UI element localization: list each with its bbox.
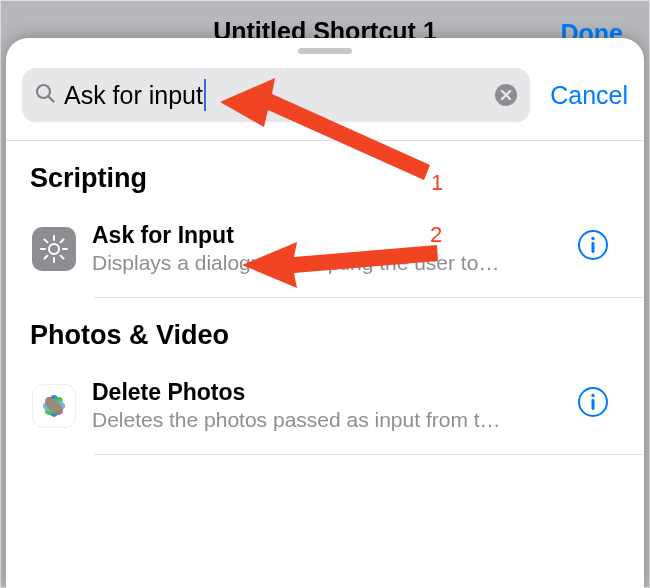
action-title: Ask for Input: [92, 222, 564, 249]
search-sheet: Ask for input Cancel Scripting: [6, 38, 644, 588]
text-caret: [204, 79, 206, 111]
action-row-text: Delete Photos Deletes the photos passed …: [92, 379, 564, 432]
settings-gear-icon: [32, 227, 76, 271]
cancel-button[interactable]: Cancel: [550, 81, 628, 110]
section-photos-video: Photos & Video Delete: [6, 298, 644, 454]
action-row-ask-for-input[interactable]: Ask for Input Displays a dialogue prompt…: [30, 208, 620, 297]
action-row-text: Ask for Input Displays a dialogue prompt…: [92, 222, 564, 275]
svg-rect-6: [592, 242, 595, 253]
annotation-label-2: 2: [430, 222, 442, 248]
action-row-delete-photos[interactable]: Delete Photos Deletes the photos passed …: [30, 365, 620, 454]
svg-point-16: [591, 393, 594, 396]
search-row: Ask for input Cancel: [6, 64, 644, 141]
svg-line-1: [49, 97, 54, 102]
search-icon: [34, 82, 56, 108]
action-subtitle: Displays a dialogue prompting the user t…: [92, 251, 564, 275]
search-input-value: Ask for input: [64, 81, 203, 110]
svg-point-3: [49, 244, 59, 254]
annotation-label-1: 1: [431, 170, 443, 196]
search-input[interactable]: Ask for input: [64, 79, 494, 111]
row-divider: [94, 454, 644, 455]
svg-point-5: [591, 236, 594, 239]
section-header: Scripting: [30, 163, 620, 194]
svg-rect-17: [592, 399, 595, 410]
sheet-grabber[interactable]: [298, 48, 352, 54]
photos-app-icon: [32, 384, 76, 428]
clear-button[interactable]: [494, 83, 518, 107]
search-field[interactable]: Ask for input: [22, 68, 530, 122]
section-header: Photos & Video: [30, 320, 620, 351]
info-button[interactable]: [576, 228, 610, 266]
action-subtitle: Deletes the photos passed as input from …: [92, 408, 564, 432]
action-title: Delete Photos: [92, 379, 564, 406]
section-scripting: Scripting Ask for Input Displays a dialo…: [6, 141, 644, 297]
info-button[interactable]: [576, 385, 610, 423]
